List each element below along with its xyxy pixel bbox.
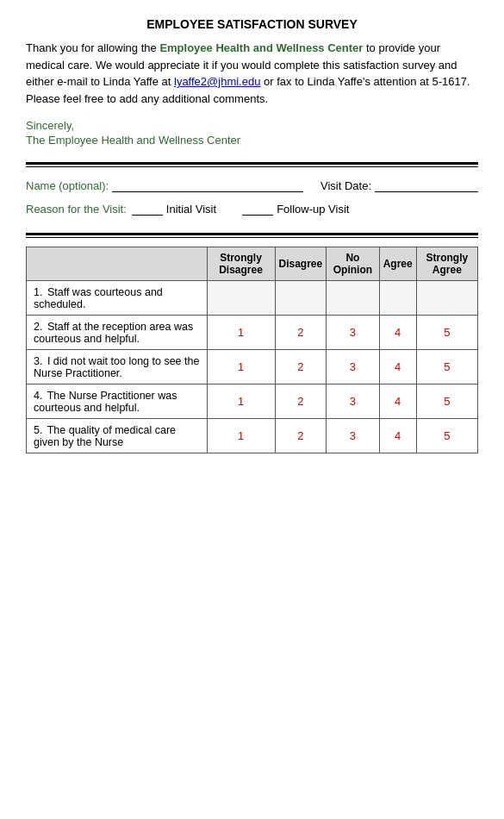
sincerely-text: Sincerely, [26, 119, 478, 132]
rating-cell-3-3[interactable]: 4 [379, 384, 416, 419]
divider-thick-2 [26, 233, 478, 235]
col-header-no-opinion: No Opinion [327, 247, 379, 281]
col-header-agree: Agree [379, 247, 416, 281]
rating-cell-4-0[interactable]: 1 [207, 419, 275, 453]
rating-cell-4-2[interactable]: 3 [327, 419, 379, 453]
initial-visit-label: Initial Visit [166, 203, 216, 216]
name-input-line[interactable] [112, 180, 303, 192]
question-num: 2. [34, 321, 42, 333]
col-header-question [27, 247, 208, 281]
question-cell-3: 4. The Nurse Practitioner was courteous … [27, 384, 208, 419]
rating-cell-3-2[interactable]: 3 [327, 384, 379, 419]
rating-cell-2-2[interactable]: 3 [327, 350, 379, 384]
question-num: 4. [34, 390, 42, 402]
table-row: 3. I did not wait too long to see the Nu… [27, 350, 478, 384]
question-cell-2: 3. I did not wait too long to see the Nu… [27, 350, 208, 384]
rating-cell-1-2[interactable]: 3 [327, 316, 379, 350]
reason-row: Reason for the Visit: Initial Visit Foll… [26, 203, 478, 216]
intro-part1: Thank you for allowing the [26, 41, 159, 54]
rating-cell-2-4[interactable]: 5 [416, 350, 477, 384]
table-row: 5. The quality of medical care given by … [27, 419, 478, 453]
org-name: The Employee Health and Wellness Center [26, 134, 478, 147]
name-field-row: Name (optional): Visit Date: [26, 179, 478, 192]
email-link[interactable]: lyaffe2@jhmi.edu [174, 75, 260, 88]
rating-cell-1-3[interactable]: 4 [379, 316, 416, 350]
rating-cell-0-4[interactable] [416, 281, 477, 316]
initial-visit-group: Initial Visit [132, 203, 216, 216]
followup-visit-checkbox-line[interactable] [242, 203, 273, 216]
rating-cell-1-4[interactable]: 5 [416, 316, 477, 350]
visit-date-label: Visit Date: [320, 179, 371, 192]
rating-cell-4-3[interactable]: 4 [379, 419, 416, 453]
rating-cell-2-3[interactable]: 4 [379, 350, 416, 384]
rating-cell-2-1[interactable]: 2 [275, 350, 327, 384]
rating-cell-0-1[interactable] [275, 281, 327, 316]
rating-cell-1-0[interactable]: 1 [207, 316, 275, 350]
rating-cell-0-0[interactable] [207, 281, 275, 316]
followup-visit-label: Follow-up Visit [277, 203, 349, 216]
question-cell-4: 5. The quality of medical care given by … [27, 419, 208, 453]
rating-cell-0-3[interactable] [379, 281, 416, 316]
divider-thick-1 [26, 162, 478, 165]
table-row: 2. Staff at the reception area was court… [27, 316, 478, 350]
rating-cell-3-4[interactable]: 5 [416, 384, 477, 419]
intro-paragraph: Thank you for allowing the Employee Heal… [26, 40, 478, 107]
rating-cell-4-1[interactable]: 2 [275, 419, 327, 453]
divider-thin-2 [26, 237, 478, 238]
question-num: 5. [34, 424, 42, 436]
visit-date-input-line[interactable] [375, 180, 478, 192]
survey-table: Strongly Disagree Disagree No Opinion Ag… [26, 247, 478, 453]
table-row: 4. The Nurse Practitioner was courteous … [27, 384, 478, 419]
org-bold: Employee Health and Wellness Center [159, 41, 363, 54]
col-header-strongly-agree: Strongly Agree [416, 247, 477, 281]
name-label: Name (optional): [26, 179, 109, 192]
question-num: 1. [34, 286, 42, 298]
question-cell-0: 1. Staff was courteous and scheduled. [27, 281, 208, 316]
rating-cell-0-2[interactable] [327, 281, 379, 316]
rating-cell-3-0[interactable]: 1 [207, 384, 275, 419]
rating-cell-3-1[interactable]: 2 [275, 384, 327, 419]
divider-thin-1 [26, 166, 478, 167]
col-header-strongly-disagree: Strongly Disagree [207, 247, 275, 281]
page-title: EMPLOYEE SATISFACTION SURVEY [26, 17, 478, 31]
followup-visit-group: Follow-up Visit [242, 203, 349, 216]
question-num: 3. [34, 355, 42, 367]
question-cell-1: 2. Staff at the reception area was court… [27, 316, 208, 350]
table-row: 1. Staff was courteous and scheduled. [27, 281, 478, 316]
rating-cell-1-1[interactable]: 2 [275, 316, 327, 350]
reason-label: Reason for the Visit: [26, 203, 127, 216]
initial-visit-checkbox-line[interactable] [132, 203, 163, 216]
rating-cell-4-4[interactable]: 5 [416, 419, 477, 453]
col-header-disagree: Disagree [275, 247, 327, 281]
rating-cell-2-0[interactable]: 1 [207, 350, 275, 384]
